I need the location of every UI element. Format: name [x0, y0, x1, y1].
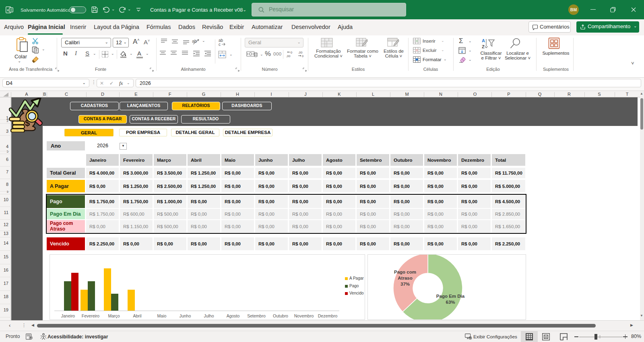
svg-text:A: A — [482, 38, 485, 43]
svg-text:0: 0 — [291, 51, 292, 54]
svg-text:ab: ab — [192, 39, 197, 43]
svg-text:x: x — [7, 8, 9, 12]
svg-text:c: c — [219, 42, 221, 47]
svg-text:,00: ,00 — [298, 51, 302, 54]
svg-text:Z: Z — [482, 44, 485, 49]
svg-text:0: 0 — [302, 54, 303, 58]
svg-text:,00: ,00 — [286, 54, 290, 58]
